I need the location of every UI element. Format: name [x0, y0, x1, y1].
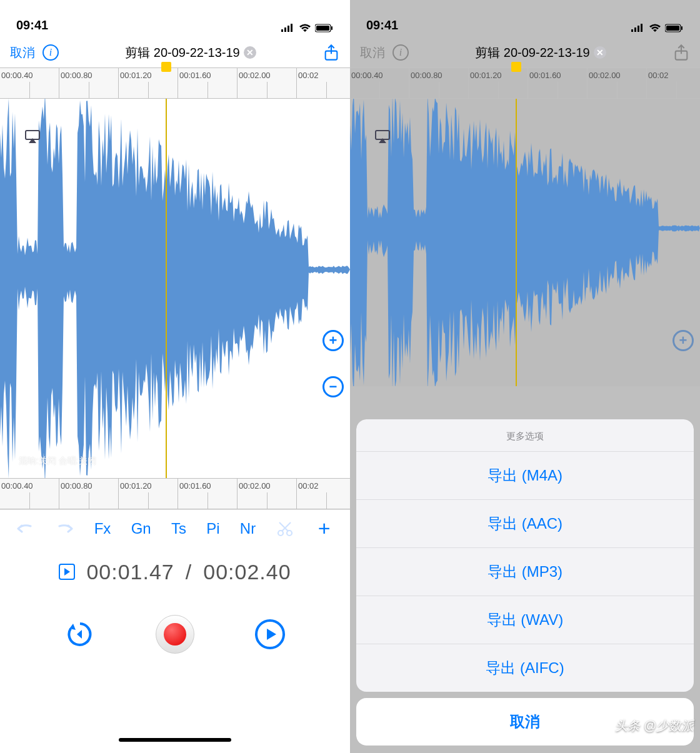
- clear-title-button[interactable]: ✕: [594, 46, 606, 59]
- ruler-tick: 00:00.40: [0, 68, 59, 98]
- export-m4a-button[interactable]: 导出 (M4A): [356, 452, 694, 500]
- svg-rect-8: [26, 131, 39, 139]
- zoom-controls: + −: [322, 330, 344, 397]
- airplay-icon[interactable]: [25, 130, 40, 144]
- playhead-marker: [511, 62, 521, 72]
- svg-rect-3: [291, 24, 292, 32]
- svg-rect-1: [284, 27, 286, 32]
- undo-button[interactable]: [16, 519, 35, 538]
- add-button[interactable]: +: [315, 519, 334, 538]
- ruler-tick: 00:02: [647, 68, 700, 98]
- play-mode-icon[interactable]: [59, 564, 75, 580]
- zoom-out-button[interactable]: −: [322, 376, 344, 397]
- export-mp3-button[interactable]: 导出 (MP3): [356, 548, 694, 596]
- gain-button[interactable]: Gn: [131, 520, 151, 537]
- ruler-tick: 00:01.20: [469, 68, 528, 98]
- zoom-in-button[interactable]: +: [322, 330, 344, 351]
- ruler-tick: 00:02.00: [588, 68, 647, 98]
- time-separator: /: [186, 560, 192, 584]
- clear-title-button[interactable]: ✕: [244, 46, 256, 59]
- battery-icon: [665, 24, 684, 32]
- fx-button[interactable]: Fx: [94, 520, 111, 537]
- phone-left: 09:41 取消 i 剪辑 20-09-22-13-19 ✕ 00:00.40 …: [0, 0, 350, 753]
- status-bar: 09:41: [350, 0, 700, 37]
- rewind-button[interactable]: [61, 615, 99, 654]
- watermark: 头条 @少数派: [615, 717, 694, 734]
- ruler-tick: 00:01.60: [528, 68, 588, 98]
- page-title: 剪辑 20-09-22-13-19: [125, 44, 239, 61]
- export-aac-button[interactable]: 导出 (AAC): [356, 500, 694, 548]
- ruler-tick: 00:00.80: [59, 479, 119, 509]
- zoom-controls: +: [672, 330, 694, 351]
- signal-icon: [631, 24, 645, 32]
- status-icons: [631, 24, 684, 32]
- current-time: 00:01.47: [86, 560, 174, 584]
- status-bar: 09:41: [0, 0, 350, 37]
- ruler-top[interactable]: 00:00.40 00:00.80 00:01.20 00:01.60 00:0…: [0, 67, 350, 99]
- status-icons: [281, 24, 334, 32]
- toolbar: Fx Gn Ts Pi Nr +: [0, 509, 350, 547]
- ruler-tick: 00:02.00: [238, 68, 297, 98]
- share-button[interactable]: [322, 44, 340, 61]
- info-button[interactable]: i: [392, 44, 409, 61]
- airplay-icon: [375, 130, 390, 144]
- svg-rect-15: [641, 24, 642, 32]
- status-time: 09:41: [16, 18, 48, 32]
- record-button[interactable]: [156, 615, 194, 654]
- nav-bar: 取消 i 剪辑 20-09-22-13-19 ✕: [350, 37, 700, 67]
- cancel-button[interactable]: 取消: [360, 44, 385, 61]
- status-time: 09:41: [366, 18, 398, 32]
- play-button[interactable]: [251, 615, 289, 654]
- transport-controls: [0, 597, 350, 672]
- wifi-icon: [649, 24, 661, 32]
- svg-rect-12: [631, 29, 633, 32]
- export-aifc-button[interactable]: 导出 (AIFC): [356, 644, 694, 692]
- ruler-tick: 00:01.60: [178, 68, 238, 98]
- wifi-icon: [299, 24, 311, 32]
- redo-button[interactable]: [55, 519, 74, 538]
- share-button[interactable]: [672, 44, 690, 61]
- svg-rect-17: [666, 26, 679, 31]
- total-time: 00:02.40: [203, 560, 291, 584]
- waveform: [350, 99, 700, 386]
- ruler-tick: 00:00.80: [409, 68, 469, 98]
- ruler-tick: 00:01.20: [119, 479, 178, 509]
- info-button[interactable]: i: [42, 44, 59, 61]
- ruler-tick: 00:02: [297, 479, 350, 509]
- waveform: [0, 99, 350, 478]
- home-indicator-area: [0, 672, 350, 753]
- playhead-line: [166, 99, 167, 478]
- ruler-tick: 00:00.40: [0, 479, 59, 509]
- title-wrap: 剪辑 20-09-22-13-19 ✕: [416, 44, 665, 61]
- page-title: 剪辑 20-09-22-13-19: [475, 44, 589, 61]
- title-wrap: 剪辑 20-09-22-13-19 ✕: [66, 44, 315, 61]
- svg-rect-18: [681, 26, 682, 30]
- ruler-tick: 00:02.00: [238, 479, 297, 509]
- playhead-marker[interactable]: [161, 62, 171, 72]
- home-indicator[interactable]: [119, 738, 231, 742]
- signal-icon: [281, 24, 295, 32]
- waveform-view[interactable]: 混响:关闭 合唱:关闭 + −: [0, 99, 350, 478]
- action-sheet-main: 更多选项 导出 (M4A) 导出 (AAC) 导出 (MP3) 导出 (WAV)…: [356, 419, 694, 692]
- playhead-line: [516, 99, 517, 386]
- action-sheet-title: 更多选项: [356, 419, 694, 452]
- noise-reduction-button[interactable]: Nr: [240, 520, 256, 537]
- ruler-tick: 00:01.20: [119, 68, 178, 98]
- svg-rect-0: [281, 29, 283, 32]
- waveform-view: +: [350, 99, 700, 386]
- ruler-tick: 00:00.40: [350, 68, 409, 98]
- pitch-button[interactable]: Pi: [206, 520, 219, 537]
- svg-rect-20: [376, 131, 389, 139]
- cancel-button[interactable]: 取消: [10, 44, 35, 61]
- svg-rect-13: [634, 27, 636, 32]
- timestretch-button[interactable]: Ts: [171, 520, 186, 537]
- svg-rect-2: [288, 26, 289, 32]
- ruler-tick: 00:01.60: [178, 479, 238, 509]
- export-wav-button[interactable]: 导出 (WAV): [356, 596, 694, 644]
- time-display: 00:01.47 / 00:02.40: [0, 547, 350, 597]
- ruler-top: 00:00.40 00:00.80 00:01.20 00:01.60 00:0…: [350, 67, 700, 99]
- ruler-bottom[interactable]: 00:00.40 00:00.80 00:01.20 00:01.60 00:0…: [0, 478, 350, 509]
- nav-bar: 取消 i 剪辑 20-09-22-13-19 ✕: [0, 37, 350, 67]
- cut-button[interactable]: [276, 519, 294, 538]
- ruler-tick: 00:00.80: [59, 68, 119, 98]
